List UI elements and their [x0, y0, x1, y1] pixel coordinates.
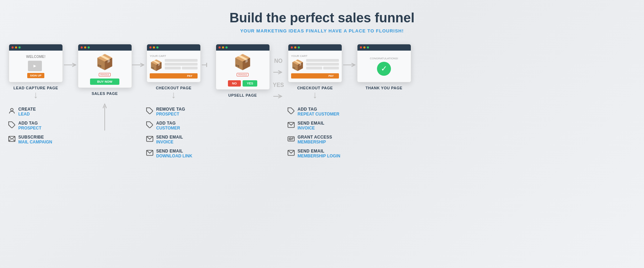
- lead-actions: CREATE LEAD ADD TAG PROSPECT: [8, 107, 64, 144]
- cart-field-row-1: [165, 67, 198, 69]
- cart-field-6: [306, 63, 339, 66]
- send-email-label-3: SEND EMAIL: [298, 121, 325, 126]
- dot-red: [12, 46, 14, 49]
- video-placeholder: ▶: [28, 61, 42, 71]
- dot-red-3: [149, 46, 151, 49]
- yes-label: YES: [273, 82, 284, 88]
- step-upsell: 📦 FRAGILE NO YES UPSELL PAGE: [216, 44, 270, 97]
- upsell-label: UPSELL PAGE: [228, 93, 257, 97]
- box-wrapper-2: 📦 FRAGILE: [234, 53, 252, 77]
- send-download-text: SEND EMAIL DOWNLOAD LINK: [156, 149, 192, 158]
- browser-titlebar-6: [357, 44, 411, 51]
- prospect-value-2: PROSPECT: [156, 112, 185, 117]
- checkout2-box-area: 📦: [291, 59, 339, 71]
- thankyou-content: CONGRATULATIONS! ✓: [357, 51, 411, 82]
- pay-btn-2-wrapper: PAY: [291, 73, 339, 79]
- cart-field-3: [165, 67, 181, 69]
- cart-field-2: [165, 63, 198, 66]
- page-subtitle: YOUR MARKETING IDEAS FINALLY HAVE A PLAC…: [230, 28, 415, 34]
- send-email-label-2: SEND EMAIL: [156, 149, 192, 154]
- membership-icon: [287, 135, 295, 144]
- membership-value: MEMBERSHIP: [298, 140, 332, 144]
- pay-button-2[interactable]: PAY: [291, 73, 339, 79]
- email-icon-1: [146, 135, 154, 144]
- checkout2-actions: ADD TAG REPEAT CUSTOMER SEND EMAIL INVOI…: [287, 107, 343, 158]
- feedback-arrow-container: [101, 103, 108, 131]
- page-header: Build the perfect sales funnel YOUR MARK…: [230, 10, 415, 34]
- box-icon-1: 📦: [96, 53, 114, 70]
- checkout1-browser: YOUR CART 📦 PAY: [147, 44, 201, 82]
- fragile-badge-1: FRAGILE: [99, 73, 111, 76]
- lead-down-arrow: ↓: [34, 90, 38, 100]
- no-label: NO: [274, 58, 283, 64]
- checkout1-box-area: 📦: [150, 59, 198, 71]
- action-add-tag-prospect: ADD TAG PROSPECT: [8, 121, 42, 131]
- invoice-value-1: INVOICE: [156, 140, 183, 144]
- send-email-label-4: SEND EMAIL: [298, 149, 340, 154]
- dot-yellow-3: [153, 46, 155, 49]
- feedback-arrow-svg: [101, 103, 108, 131]
- step-thankyou: CONGRATULATIONS! ✓ THANK YOU PAGE: [357, 44, 411, 90]
- email-icon-3: [287, 121, 295, 131]
- checkout1-box-icon: 📦: [150, 59, 163, 71]
- buy-now-button[interactable]: BUY NOW: [90, 79, 119, 85]
- thankyou-label: THANK YOU PAGE: [365, 86, 402, 90]
- action-membership-login: SEND EMAIL MEMBERSHIP LOGIN: [287, 149, 340, 158]
- dot-green-4: [225, 46, 228, 49]
- welcome-text: WELCOME!: [26, 55, 46, 59]
- dot-red-4: [219, 46, 221, 49]
- cart-field-row-2: [306, 67, 339, 69]
- dot-green-2: [88, 46, 90, 49]
- browser-titlebar-5: [288, 44, 342, 51]
- action-grant-access: GRANT ACCESS MEMBERSHIP: [287, 135, 332, 144]
- grant-access-label: GRANT ACCESS: [298, 135, 332, 140]
- sign-up-button[interactable]: SIGN UP: [27, 73, 44, 78]
- dot-green-6: [367, 46, 369, 49]
- action-subscribe-mail: SUBSCRIBE MAIL CAMPAIGN: [8, 135, 52, 144]
- membership-login-text: SEND EMAIL MEMBERSHIP LOGIN: [298, 149, 340, 158]
- dot-green-3: [156, 46, 158, 49]
- checkout2-box-icon: 📦: [291, 59, 304, 71]
- dot-yellow-4: [222, 46, 224, 49]
- tag-add-icon: [146, 121, 154, 131]
- pay-button-1[interactable]: PAY: [150, 73, 198, 79]
- cart-field-4: [182, 67, 198, 69]
- browser-titlebar-3: [147, 44, 200, 51]
- check-circle: ✓: [377, 62, 391, 76]
- customer-value: CUSTOMER: [156, 126, 180, 131]
- cart-label-1: YOUR CART: [150, 54, 166, 58]
- checkout2-down-arrow: ↓: [313, 90, 318, 100]
- cart-field-5: [306, 59, 339, 62]
- dot-yellow: [15, 46, 17, 49]
- membership-login-value: MEMBERSHIP LOGIN: [298, 154, 340, 158]
- sales-label: SALES PAGE: [91, 91, 118, 96]
- upsell-browser: 📦 FRAGILE NO YES: [216, 44, 270, 90]
- dot-green: [18, 46, 21, 49]
- yes-button[interactable]: YES: [243, 80, 257, 87]
- action-send-invoice-2: SEND EMAIL INVOICE: [287, 121, 325, 131]
- add-tag-prospect-text: ADD TAG PROSPECT: [18, 121, 42, 131]
- dot-yellow-5: [294, 46, 296, 49]
- mail-icon-1: [8, 135, 16, 144]
- action-create-lead: CREATE LEAD: [8, 107, 36, 117]
- send-invoice2-text: SEND EMAIL INVOICE: [298, 121, 325, 131]
- send-email-label-1: SEND EMAIL: [156, 135, 183, 140]
- upsell-buttons: NO YES: [228, 80, 258, 87]
- thankyou-browser: CONGRATULATIONS! ✓: [357, 44, 411, 82]
- cart-field-1: [165, 59, 198, 62]
- upsell-content: 📦 FRAGILE NO YES: [216, 51, 269, 89]
- subscribe-text: SUBSCRIBE MAIL CAMPAIGN: [18, 135, 52, 144]
- no-yes-connector: NO YES: [270, 44, 287, 100]
- step-sales: 📦 FRAGILE BUY NOW SALES PAGE: [78, 44, 132, 131]
- action-add-tag-customer: ADD TAG CUSTOMER: [146, 121, 180, 131]
- action-remove-tag: REMOVE TAG PROSPECT: [146, 107, 185, 117]
- download-link-value: DOWNLOAD LINK: [156, 154, 192, 158]
- arrow-1: [64, 44, 78, 68]
- svg-point-0: [10, 109, 13, 111]
- person-icon: [8, 107, 16, 117]
- lead-capture-browser: WELCOME! ▶ SIGN UP: [9, 44, 63, 82]
- no-button[interactable]: NO: [228, 80, 241, 87]
- checkout1-inner: YOUR CART 📦 PAY: [150, 54, 198, 79]
- cart-fields-2: [306, 59, 339, 69]
- checkout2-inner: YOUR CART 📦 PAY: [291, 54, 339, 79]
